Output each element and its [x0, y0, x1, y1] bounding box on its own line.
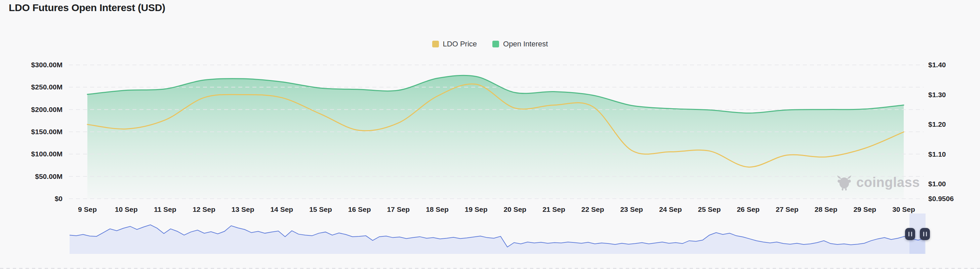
navigator-left-handle[interactable] [905, 228, 915, 240]
y-axis-right-tick: $0.9506 [928, 195, 954, 202]
chart-legend: LDO Price Open Interest [0, 40, 980, 48]
y-axis-right-tick: $1.20 [928, 120, 946, 128]
y-axis-left-tick: $300.00M [31, 61, 62, 68]
x-axis-date-tick: 26 Sep [737, 205, 759, 213]
x-axis-date-tick: 30 Sep [892, 205, 915, 213]
y-axis-right-tick: $1.10 [928, 150, 946, 158]
y-axis-left-tick: $250.00M [31, 83, 62, 91]
legend-item-ldo-price[interactable]: LDO Price [432, 40, 477, 48]
x-axis-date-tick: 25 Sep [698, 205, 721, 213]
x-axis-date-tick: 9 Sep [78, 205, 97, 213]
legend-label: Open Interest [503, 40, 548, 48]
x-axis-date-tick: 21 Sep [542, 205, 565, 213]
legend-label: LDO Price [443, 40, 477, 48]
legend-item-open-interest[interactable]: Open Interest [492, 40, 548, 48]
x-axis-date-tick: 28 Sep [815, 205, 837, 213]
x-axis-date-tick: 13 Sep [232, 205, 255, 213]
x-axis-date-tick: 27 Sep [776, 205, 799, 213]
x-axis-date-tick: 29 Sep [853, 205, 876, 213]
open-interest-area [88, 75, 904, 199]
handle-grip-icon [923, 232, 924, 236]
y-axis-right-tick: $1.30 [928, 91, 946, 99]
watermark-text: coinglass [856, 175, 920, 190]
y-axis-left-tick: $150.00M [31, 128, 62, 135]
x-axis-date-tick: 24 Sep [659, 205, 682, 213]
y-axis-left-tick: $50.00M [35, 172, 62, 180]
navigator[interactable] [70, 213, 926, 254]
x-axis-date-tick: 15 Sep [309, 205, 332, 213]
y-axis-left-tick: $200.00M [31, 105, 62, 113]
x-axis-date-tick: 14 Sep [270, 205, 293, 213]
y-axis-left-tick: $100.00M [31, 150, 62, 158]
navigator-right-handle[interactable] [920, 228, 930, 240]
coinglass-bull-icon [835, 173, 853, 191]
x-axis-date-tick: 10 Sep [115, 205, 138, 213]
handle-grip-icon [908, 232, 909, 236]
ldo-price-swatch-icon [432, 41, 439, 48]
open-interest-swatch-icon [492, 41, 499, 48]
coinglass-watermark: coinglass [835, 173, 920, 191]
x-axis-date-tick: 12 Sep [192, 205, 215, 213]
x-axis-date-tick: 20 Sep [503, 205, 526, 213]
x-axis-date-tick: 11 Sep [154, 205, 177, 213]
y-axis-right-tick: $1.40 [928, 61, 946, 68]
x-axis-date-tick: 22 Sep [581, 205, 604, 213]
x-axis-date-tick: 16 Sep [348, 205, 371, 213]
x-axis-date-tick: 19 Sep [465, 205, 488, 213]
x-axis-date-tick: 23 Sep [620, 205, 643, 213]
handle-grip-icon [911, 232, 912, 236]
handle-grip-icon [926, 232, 927, 236]
x-axis-date-tick: 18 Sep [426, 205, 449, 213]
y-axis-left-tick: $0 [55, 195, 62, 202]
y-axis-right-tick: $1.00 [928, 180, 946, 188]
x-axis-date-tick: 17 Sep [387, 205, 410, 213]
page-title: LDO Futures Open Interest (USD) [9, 2, 165, 13]
